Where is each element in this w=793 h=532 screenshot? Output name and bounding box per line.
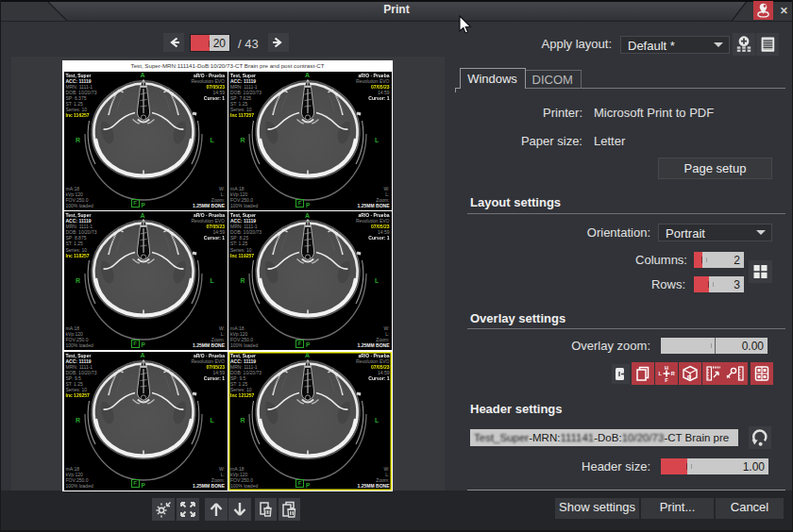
svg-text:R: R	[671, 371, 675, 376]
svg-text:H: H	[665, 365, 668, 371]
svg-text:R: R	[687, 374, 692, 380]
svg-text:L: L	[659, 371, 663, 376]
svg-text:F: F	[665, 377, 668, 383]
